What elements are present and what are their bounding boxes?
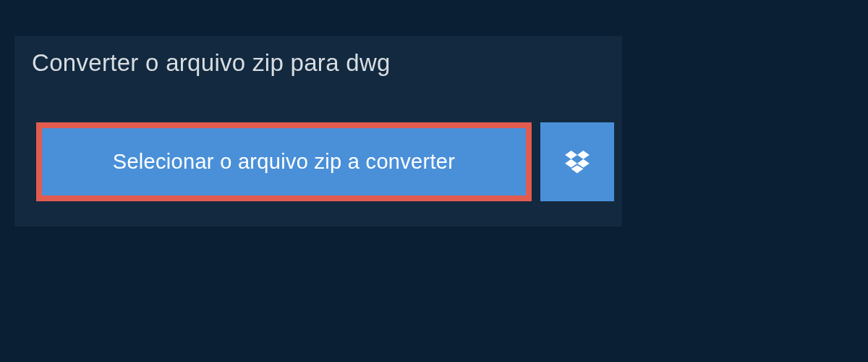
button-row: Selecionar o arquivo zip a converter: [14, 122, 622, 201]
select-file-button[interactable]: Selecionar o arquivo zip a converter: [36, 122, 532, 201]
page-title: Converter o arquivo zip para dwg: [32, 49, 413, 77]
converter-panel: Converter o arquivo zip para dwg Selecio…: [14, 36, 622, 227]
dropbox-button[interactable]: [540, 122, 614, 201]
select-file-label: Selecionar o arquivo zip a converter: [113, 150, 455, 173]
dropbox-icon: [565, 151, 590, 174]
title-bar: Converter o arquivo zip para dwg: [14, 36, 430, 90]
